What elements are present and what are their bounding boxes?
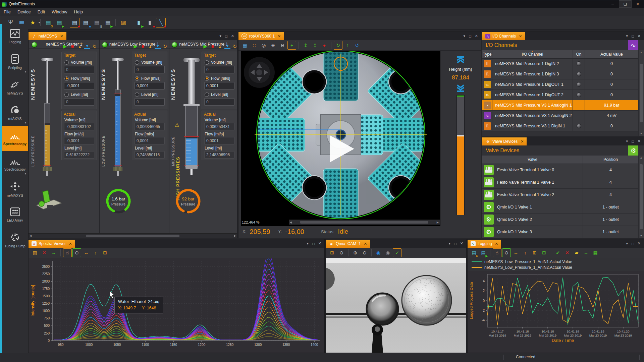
delete-spectra-icon[interactable]: ✕ — [40, 248, 49, 257]
view-options-icon[interactable]: ▦ — [240, 41, 249, 50]
close-panel-icon[interactable]: ✕ — [475, 34, 478, 38]
sidebar-item-led-array[interactable]: LED Array — [2, 202, 28, 228]
close-tab-icon[interactable]: ✕ — [521, 139, 524, 144]
column-header-i-o-channel[interactable]: I/O Channel▲ — [492, 50, 573, 58]
scroll-thumb[interactable] — [86, 235, 179, 237]
column-header-valve[interactable]: Valve — [482, 156, 583, 164]
add-position-icon[interactable]: ↥ — [301, 41, 310, 50]
expand-caret-icon[interactable]: ▾ — [25, 121, 26, 124]
target-volume-radio[interactable]: Volume [ml] — [64, 60, 92, 65]
fit-auto-icon[interactable]: ⊞ — [540, 248, 548, 257]
close-panel-icon[interactable]: ✕ — [318, 241, 321, 246]
fill-syringe-button[interactable]: ▲ — [217, 44, 223, 49]
io-channel-row[interactable]: 01neMESYS Mid Pressure 1 DigOUT 10 — [482, 79, 639, 90]
stop-dosing-button[interactable]: ■ — [140, 43, 146, 49]
measure-icon[interactable]: ▰ — [572, 248, 581, 257]
export-spectra-icon[interactable]: → — [49, 248, 58, 257]
pointer-mode-icon[interactable]: ☝ — [493, 248, 501, 257]
valve-row[interactable]: Festo Valve Terminal 1 Valve 04 — [482, 164, 639, 176]
tab-valve-devices[interactable]: ⚙ Valve Devices ✕ — [482, 137, 527, 145]
column-header-position[interactable]: Position — [583, 156, 639, 164]
io-channel-row[interactable]: ⎍neMESYS Mid Pressure 1 DigIN 20 — [482, 59, 639, 69]
menu-window[interactable]: Window — [48, 8, 70, 16]
script-settings-icon[interactable]: ▤⚙ — [43, 18, 53, 27]
channel-on-led[interactable] — [577, 124, 581, 128]
radio-icon[interactable] — [205, 93, 209, 97]
add-position-list-icon[interactable]: ↥ — [311, 41, 319, 50]
zoom-in-icon[interactable]: ⊕ — [351, 248, 360, 257]
zoom-out-icon[interactable]: ⊖ — [278, 41, 287, 50]
capture-series-icon[interactable]: ✓ — [393, 248, 401, 257]
fit-vertical-icon[interactable]: ↕ — [521, 248, 530, 257]
zoom-100-icon[interactable]: ⊙ — [337, 248, 346, 257]
radio-icon[interactable] — [135, 60, 139, 65]
pumps-stop-icon[interactable]: ▮■ — [145, 18, 155, 27]
start-dosing-button[interactable]: ▶ — [202, 43, 208, 49]
export-image-icon[interactable]: → — [582, 248, 590, 257]
target-flow-radio[interactable]: Flow [ml/s] — [205, 76, 230, 81]
zoom-box-icon[interactable]: ⊙ — [502, 248, 511, 257]
valve-row[interactable]: ⚙Qmix I/O 1 Valve 21 - outlet — [482, 214, 639, 226]
column-header-actual-value[interactable]: Actual Value — [585, 50, 639, 58]
sidebar-item-spectroscopy[interactable]: Spectroscopy▾ — [2, 151, 28, 177]
restore-panel-icon[interactable]: □ — [632, 242, 634, 246]
target-level-radio[interactable]: Level [ml] — [205, 92, 228, 97]
refill-cycle-button[interactable]: ↻ — [92, 43, 98, 49]
scroll-down-icon[interactable]: ▼ — [640, 234, 643, 237]
tab-spectra-viewer[interactable]: ʌ Spectra Viewer ✕ — [29, 240, 75, 248]
zoom-box-icon[interactable]: ⊙ — [72, 248, 81, 257]
io-vscrollbar[interactable]: ▲ ▼ — [638, 50, 644, 136]
close-panel-icon[interactable]: ✕ — [638, 139, 641, 143]
fit-vertical-icon[interactable]: ↕ — [91, 248, 100, 257]
restore-panel-icon[interactable]: □ — [454, 242, 457, 246]
process-step-icon[interactable]: ▤▮ — [92, 18, 102, 27]
target-level-input[interactable]: 0 — [64, 98, 94, 106]
zoom-out-icon[interactable]: ⊖ — [360, 248, 369, 257]
radio-icon[interactable] — [135, 76, 139, 81]
process-stop-icon[interactable]: ▤■ — [70, 18, 79, 27]
process-run-icon[interactable]: ▤▶ — [103, 18, 113, 27]
wizard-icon[interactable]: ★▾ — [28, 18, 38, 27]
channel-on-led[interactable] — [577, 93, 581, 97]
close-tab-icon[interactable]: ✕ — [495, 242, 498, 246]
target-volume-radio[interactable]: Volume [ml] — [135, 60, 162, 65]
close-tab-icon[interactable]: ✕ — [60, 34, 63, 39]
scroll-thumb[interactable] — [640, 164, 643, 229]
restore-panel-icon[interactable]: □ — [225, 34, 227, 38]
move-to-top-icon[interactable]: ↑ — [343, 41, 352, 50]
channel-on-led[interactable] — [577, 72, 581, 76]
io-channel-row[interactable]: ∿neMESYS Mid Pressure V3 1 AnalogIN 24 m… — [482, 111, 639, 121]
channel-on-led[interactable] — [577, 61, 581, 66]
gallery-icon[interactable]: ▨ — [118, 18, 128, 27]
scroll-down-icon[interactable]: ▼ — [640, 132, 643, 135]
scroll-right-icon[interactable]: ▶ — [437, 221, 439, 224]
target-flow-input[interactable]: 0,0001 — [204, 82, 234, 89]
clear-chart-icon[interactable]: ✕ — [563, 248, 572, 257]
stop-dosing-button[interactable]: ■ — [210, 43, 216, 49]
valve-row[interactable]: Festo Valve Terminal 1 Valve 14 — [482, 176, 639, 189]
target-volume-input[interactable]: 0 — [64, 66, 94, 73]
menu-edit[interactable]: Edit — [34, 8, 48, 16]
target-level-radio[interactable]: Level [ml] — [64, 92, 88, 97]
fit-all-icon[interactable]: ⊞ — [530, 248, 539, 257]
radio-icon[interactable] — [64, 76, 69, 81]
valve-vscrollbar[interactable]: ▲ ▼ — [638, 156, 644, 238]
io-channel-row[interactable]: ◔neMESYS Mid Pressure V3 1 AnalogIN 191.… — [482, 100, 639, 111]
column-header-on[interactable]: On — [573, 50, 585, 58]
log-start-icon[interactable]: ▤▶ — [479, 248, 488, 257]
float-panel-icon[interactable]: ▾ — [307, 241, 309, 246]
menu-device[interactable]: Device — [14, 8, 34, 16]
calibrate-icon[interactable]: ╲■ — [156, 18, 166, 27]
target-flow-input[interactable]: -0,0001 — [64, 82, 94, 89]
target-level-radio[interactable]: Level [ml] — [135, 92, 158, 97]
stop-dosing-button[interactable]: ■ — [69, 43, 75, 49]
crosshair-mode-icon[interactable]: + — [287, 41, 296, 50]
scroll-left-icon[interactable]: ◀ — [290, 221, 292, 224]
refill-cycle-button[interactable]: ↻ — [232, 43, 237, 49]
radio-icon[interactable] — [205, 76, 209, 81]
target-volume-input[interactable]: 0 — [204, 66, 234, 73]
target-volume-input[interactable]: 0 — [135, 66, 165, 73]
io-channel-row[interactable]: 01neMESYS Mid Pressure 1 DigOUT 20 — [482, 90, 639, 100]
open-spectra-icon[interactable]: ▨ — [31, 248, 39, 257]
restore-panel-icon[interactable]: □ — [632, 34, 634, 38]
